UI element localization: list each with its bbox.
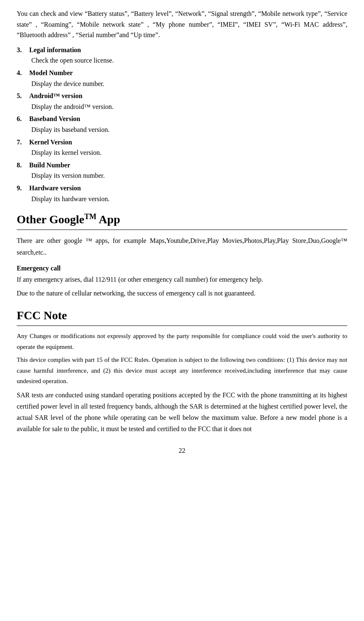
other-google-heading: Other GoogleTM App (17, 212, 347, 226)
list-item: 3. Legal information Check the open sour… (17, 45, 347, 66)
list-content: Legal information Check the open source … (29, 45, 347, 66)
list-number: 3. (17, 45, 29, 66)
list-item: 9. Hardware version Display its hardware… (17, 183, 347, 204)
list-title: Build Number (29, 162, 70, 169)
fcc-heading: FCC Note (17, 309, 347, 322)
list-description: Display its kernel version. (29, 147, 347, 158)
list-number: 7. (17, 137, 29, 158)
other-google-heading-text: Other Google (17, 213, 84, 226)
page-number: 22 (17, 447, 347, 454)
list-number: 9. (17, 183, 29, 204)
list-item: 6. Baseband Version Display its baseband… (17, 114, 347, 135)
numbered-list: 3. Legal information Check the open sour… (17, 45, 347, 204)
list-number: 4. (17, 68, 29, 89)
list-number: 5. (17, 91, 29, 112)
list-content: Hardware version Display its hardware ve… (29, 183, 347, 204)
list-number: 8. (17, 160, 29, 181)
emergency-para-1: If any emergency arises, dial 112/911 (o… (17, 274, 347, 285)
fcc-section: FCC Note Any Changes or modifications no… (17, 309, 347, 434)
fcc-para-2: This device complies with part 15 of the… (17, 355, 347, 387)
list-description: Display the device number. (29, 78, 347, 89)
section-divider-2 (17, 326, 347, 326)
list-content: Build Number Display its version number. (29, 160, 347, 181)
list-title: Hardware version (29, 184, 81, 192)
fcc-para-1: Any Changes or modifications not express… (17, 331, 347, 352)
sar-paragraph: SAR tests are conducted using standard o… (17, 389, 347, 435)
list-content: Kernel Version Display its kernel versio… (29, 137, 347, 158)
list-content: Android™ version Display the android™ ve… (29, 91, 347, 112)
list-title: Android™ version (29, 92, 82, 99)
list-title: Baseband Version (29, 115, 80, 122)
list-item: 7. Kernel Version Display its kernel ver… (17, 137, 347, 158)
intro-paragraph: You can check and view “Battery status”,… (17, 8, 347, 40)
trademark-symbol: TM (84, 212, 96, 221)
list-item: 8. Build Number Display its version numb… (17, 160, 347, 181)
google-apps-paragraph: There are other google ™ apps, for examp… (17, 235, 347, 257)
list-description: Display the android™ version. (29, 101, 347, 112)
emergency-section: Emergency call If any emergency arises, … (17, 265, 347, 299)
list-description: Display its version number. (29, 170, 347, 181)
list-content: Model Number Display the device number. (29, 68, 347, 89)
list-content: Baseband Version Display its baseband ve… (29, 114, 347, 135)
list-description: Check the open source license. (29, 55, 347, 66)
emergency-heading: Emergency call (17, 265, 347, 272)
section-divider-1 (17, 230, 347, 230)
list-title: Legal information (29, 46, 81, 53)
list-item: 4. Model Number Display the device numbe… (17, 68, 347, 89)
list-number: 6. (17, 114, 29, 135)
list-title: Kernel Version (29, 139, 72, 146)
list-item: 5. Android™ version Display the android™… (17, 91, 347, 112)
other-google-heading-app: App (96, 213, 120, 226)
list-description: Display its hardware version. (29, 194, 347, 204)
emergency-para-2: Due to the nature of cellular networking… (17, 288, 347, 299)
list-description: Display its baseband version. (29, 124, 347, 135)
list-title: Model Number (29, 69, 73, 76)
